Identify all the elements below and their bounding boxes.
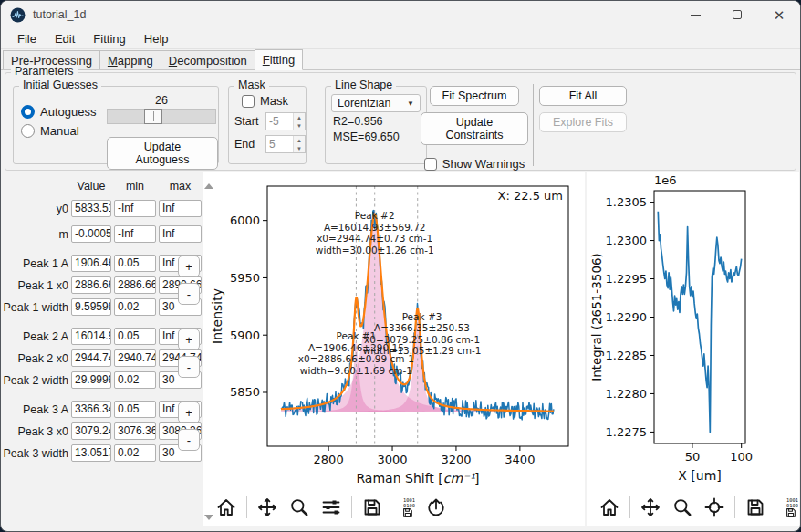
min-field[interactable]: -Inf: [114, 200, 156, 217]
line-shape-group: Line Shape Lorentzian ▼ R2=0.956 MSE=69.…: [325, 86, 427, 164]
min-field[interactable]: 0.02: [114, 371, 156, 389]
svg-text:3000: 3000: [377, 453, 407, 466]
param-row: y05833.519-InfInf: [1, 200, 202, 217]
param-label: Peak 1 x0: [1, 279, 71, 292]
min-field[interactable]: 0.02: [114, 444, 156, 462]
save-data-icon[interactable]: 1001001001: [392, 495, 416, 519]
configure-icon[interactable]: [319, 495, 343, 519]
spin-up-icon[interactable]: ▲: [294, 136, 305, 144]
side-plot-panel: 501001.22751.22801.22851.22901.22951.230…: [587, 172, 799, 526]
spinner-arrows[interactable]: ▲▼: [293, 113, 305, 130]
spin-down-icon[interactable]: ▼: [294, 121, 305, 130]
tab-decomposition[interactable]: Decomposition: [161, 50, 255, 69]
main-plot-canvas[interactable]: 28003000320034005850590059506000Raman Sh…: [203, 172, 585, 489]
fit-all-button[interactable]: Fit All: [539, 86, 627, 106]
mask-checkbox[interactable]: [242, 95, 255, 108]
save-data-icon[interactable]: 1001001001: [775, 495, 799, 519]
content: Valueminmaxy05833.519-InfInfm-0.00057-In…: [1, 172, 798, 526]
value-field[interactable]: -0.00057: [71, 225, 111, 243]
pan-icon[interactable]: [255, 495, 279, 519]
slider-handle[interactable]: [144, 109, 162, 124]
minimize-button[interactable]: [674, 1, 716, 28]
menu-help[interactable]: Help: [135, 30, 178, 47]
min-field[interactable]: -Inf: [114, 225, 156, 243]
value-field[interactable]: 2944.741: [71, 349, 111, 367]
remove-peak-button[interactable]: -: [178, 429, 200, 451]
menu-fitting[interactable]: Fitting: [84, 30, 134, 47]
scroll-up-button[interactable]: [204, 183, 213, 189]
value-field[interactable]: 2886.664: [71, 276, 111, 294]
value-field[interactable]: 3079.245: [71, 422, 111, 440]
point-select-icon[interactable]: [702, 495, 726, 519]
mask-start-label: Start: [234, 115, 262, 128]
spin-up-icon[interactable]: ▲: [294, 113, 305, 121]
mask-start-spinner[interactable]: -5 ▲▼: [265, 112, 306, 130]
svg-text:1.2300: 1.2300: [606, 234, 648, 247]
add-peak-button[interactable]: +: [178, 329, 200, 350]
autoguess-slider[interactable]: [107, 109, 216, 124]
svg-text:Raman Shift [cm⁻¹]: Raman Shift [cm⁻¹]: [356, 471, 479, 485]
manual-radio[interactable]: [21, 124, 35, 138]
line-shape-dropdown[interactable]: Lorentzian ▼: [331, 94, 421, 112]
fit-spectrum-button[interactable]: Fit Spectrum: [430, 86, 519, 106]
home-icon[interactable]: [214, 495, 238, 519]
value-field[interactable]: 29.99999: [71, 371, 111, 389]
spinner-arrows[interactable]: ▲▼: [293, 136, 305, 152]
scroll-down-button[interactable]: [204, 515, 213, 520]
value-field[interactable]: 1906.463: [71, 255, 111, 272]
update-constraints-button[interactable]: Update Constraints: [421, 112, 528, 145]
param-row: Peak 1 A1906.4630.05Inf: [1, 255, 202, 272]
spin-down-icon[interactable]: ▼: [294, 144, 305, 152]
explore-fits-button[interactable]: Explore Fits: [539, 112, 627, 132]
actions-separator: [533, 84, 534, 166]
param-group: Peak 1 A1906.4630.05InfPeak 1 x02886.664…: [1, 255, 202, 316]
min-field[interactable]: 0.05: [114, 255, 156, 272]
svg-text:5850: 5850: [230, 385, 260, 399]
svg-text:1.2290: 1.2290: [606, 310, 648, 324]
update-autoguess-button[interactable]: Update Autoguess: [107, 137, 218, 170]
min-field[interactable]: 2940.741: [114, 349, 156, 367]
mask-start-value[interactable]: -5: [266, 113, 293, 130]
value-field[interactable]: 5833.519: [71, 200, 111, 217]
tab-mapping[interactable]: Mapping: [99, 50, 161, 69]
export-icon[interactable]: [424, 495, 448, 519]
remove-peak-button[interactable]: -: [178, 283, 200, 305]
tab-fitting[interactable]: Fitting: [255, 49, 303, 70]
param-group: Peak 3 A3366.3480.05InfPeak 3 x03079.245…: [1, 401, 202, 462]
value-field[interactable]: 3366.348: [71, 401, 111, 418]
min-field[interactable]: 3076.360: [114, 422, 156, 440]
svg-text:A=16014.93±569.72: A=16014.93±569.72: [324, 222, 426, 233]
menu-edit[interactable]: Edit: [46, 30, 84, 47]
remove-peak-button[interactable]: -: [178, 356, 200, 378]
value-field[interactable]: 9.595983: [71, 298, 111, 316]
side-plot-canvas[interactable]: 501001.22751.22801.22851.22901.22951.230…: [587, 172, 758, 489]
add-peak-button[interactable]: +: [178, 256, 200, 277]
zoom-icon[interactable]: [287, 495, 311, 519]
param-row: Peak 3 x03079.2453076.3603080.360: [1, 422, 202, 440]
home-icon[interactable]: [598, 495, 621, 519]
min-field[interactable]: 0.05: [114, 328, 156, 345]
show-warnings-checkbox[interactable]: [424, 158, 437, 171]
min-field[interactable]: 0.02: [114, 298, 156, 316]
toolbar-separator: [629, 496, 630, 518]
close-button[interactable]: ✕: [758, 1, 800, 28]
maximize-button[interactable]: [716, 1, 758, 28]
value-field[interactable]: 16014.93: [71, 328, 111, 345]
max-field[interactable]: Inf: [159, 200, 202, 217]
toolbar-separator: [351, 496, 352, 518]
pan-icon[interactable]: [639, 495, 662, 519]
menu-file[interactable]: File: [8, 30, 46, 47]
mask-end-value[interactable]: 5: [266, 136, 293, 152]
save-icon[interactable]: [360, 495, 384, 519]
value-field[interactable]: 13.05171: [71, 444, 111, 462]
min-field[interactable]: 2886.664: [114, 276, 156, 294]
toolbar-separator: [246, 496, 247, 518]
zoom-icon[interactable]: [671, 495, 694, 519]
autoguess-radio[interactable]: [21, 105, 35, 119]
add-peak-button[interactable]: +: [178, 402, 200, 423]
side-plot-toolbar: 1001001001: [587, 489, 799, 526]
save-icon[interactable]: [744, 495, 767, 519]
max-field[interactable]: Inf: [159, 225, 202, 243]
min-field[interactable]: 0.05: [114, 401, 156, 418]
mask-end-spinner[interactable]: 5 ▲▼: [265, 135, 306, 153]
